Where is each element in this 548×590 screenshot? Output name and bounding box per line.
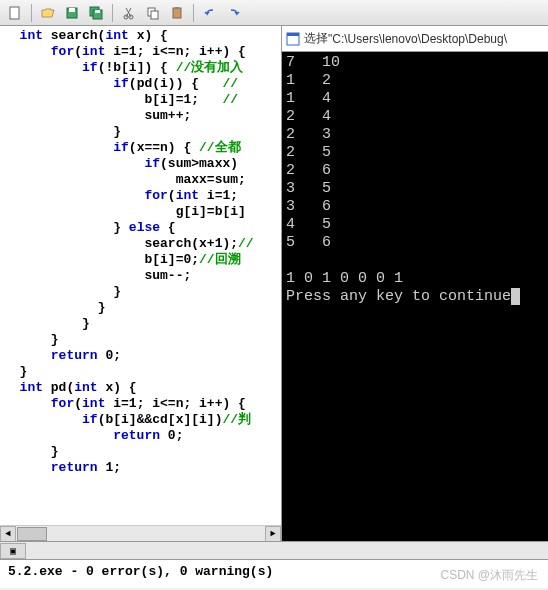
save-icon[interactable] <box>61 2 83 24</box>
saveall-icon[interactable] <box>85 2 107 24</box>
open-icon[interactable] <box>37 2 59 24</box>
scroll-left-icon[interactable]: ◄ <box>0 526 16 541</box>
svg-rect-5 <box>95 10 100 13</box>
scroll-right-icon[interactable]: ► <box>265 526 281 541</box>
svg-rect-10 <box>173 8 181 18</box>
separator <box>112 4 113 22</box>
code-content[interactable]: int search(int x) { for(int i=1; i<=n; i… <box>0 26 281 478</box>
cut-icon[interactable] <box>118 2 140 24</box>
horizontal-scrollbar[interactable]: ◄ ► <box>0 525 281 541</box>
scroll-thumb[interactable] <box>17 527 47 541</box>
toolbar <box>0 0 548 26</box>
new-icon[interactable] <box>4 2 26 24</box>
undo-icon[interactable] <box>199 2 221 24</box>
app-icon <box>286 32 300 46</box>
terminal-title: 选择 <box>304 30 328 47</box>
watermark: CSDN @沐雨先生 <box>440 567 538 584</box>
tab-button[interactable]: ▣ <box>0 543 26 559</box>
terminal-pane: 选择"C:\Users\lenovo\Desktop\Debug\ 7 10 1… <box>282 26 548 541</box>
code-editor[interactable]: int search(int x) { for(int i=1; i<=n; i… <box>0 26 282 541</box>
main-area: int search(int x) { for(int i=1; i<=n; i… <box>0 26 548 542</box>
paste-icon[interactable] <box>166 2 188 24</box>
redo-icon[interactable] <box>223 2 245 24</box>
svg-rect-11 <box>175 7 179 9</box>
build-message: 5.2.exe - 0 error(s), 0 warning(s) <box>8 564 273 579</box>
separator <box>31 4 32 22</box>
cursor-icon <box>511 288 520 305</box>
separator <box>193 4 194 22</box>
copy-icon[interactable] <box>142 2 164 24</box>
svg-rect-2 <box>69 8 75 12</box>
terminal-path: "C:\Users\lenovo\Desktop\Debug\ <box>328 32 507 46</box>
terminal-output[interactable]: 7 10 1 2 1 4 2 4 2 3 2 5 2 6 3 5 3 6 4 5… <box>282 52 548 541</box>
bottom-tabs: ▣ <box>0 542 548 560</box>
terminal-titlebar[interactable]: 选择"C:\Users\lenovo\Desktop\Debug\ <box>282 26 548 52</box>
svg-rect-9 <box>151 11 158 19</box>
svg-rect-0 <box>10 7 19 19</box>
svg-rect-13 <box>287 33 299 36</box>
